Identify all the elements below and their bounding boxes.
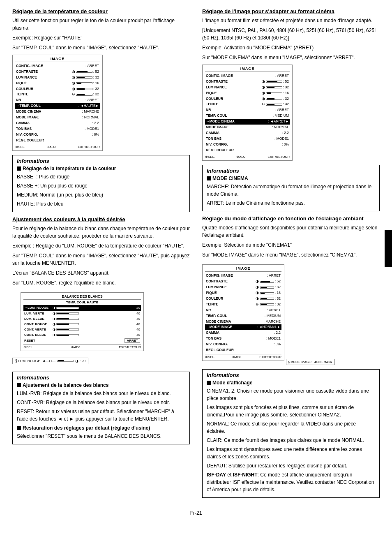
info-subtitle-1: Réglage de la température de la couleur xyxy=(17,166,185,171)
screen-row: NR : ARRET xyxy=(15,97,100,103)
right-title-2: Réglage du mode d'affichage en fonction … xyxy=(202,215,380,222)
info-line: CONT.-RVB: Réglage de la balance des bla… xyxy=(17,399,185,406)
screen-row: RÉGL COULEUR xyxy=(205,347,281,353)
balance-subtitle: TEMP. COUL HAUTE xyxy=(23,301,141,304)
screen-row: GAMMA : 2.2 xyxy=(205,330,281,336)
info-line: HAUTE: Plus de bleu xyxy=(17,200,185,208)
screen-row: LUMINANCE ◑: 32 xyxy=(205,85,290,90)
screen-row-highlighted: →TEMP. COUL : ◄HAUTE► xyxy=(15,103,100,109)
left-para2: Sur "TEMP. COUL" dans le menu "IMAGE", s… xyxy=(12,44,190,51)
info-line: NORMAL: Ce mode s'utilise pour regarder … xyxy=(207,420,375,435)
screen-row: MODE CINEMA : MARCHE xyxy=(15,109,100,115)
main-layout: Réglage de la température de couleur Uti… xyxy=(12,8,380,502)
balance-row: →LUM. ROUGE ◑ 20 xyxy=(23,305,141,310)
screen-row: NR : ARRET xyxy=(205,107,290,113)
info-line: CLAIR: Ce mode fournit des images plus c… xyxy=(207,437,375,444)
info-box-1: Informations Réglage de la température d… xyxy=(12,155,190,212)
info-line: CINEMA1, 2: Choisir ce mode pour visionn… xyxy=(207,387,375,402)
screen-row: PIQUÉ ◑: 16 xyxy=(15,81,100,86)
screen-row: NIV. CONFIG. : 0% xyxy=(205,342,281,347)
screen-row: TEINTE ⊖: 32 xyxy=(205,302,281,307)
info-line: Les images sont plus foncées et plus fin… xyxy=(207,404,375,418)
page-number: Fr-21 xyxy=(12,510,380,516)
right-s2-example: Exemple: Sélection du mode "CINEMA1" xyxy=(202,241,380,249)
left-column: Réglage de la température de couleur Uti… xyxy=(12,8,190,502)
screen-row: RÉGL COULEUR xyxy=(15,138,100,143)
info-subtitle-2a: Ajustement de la balance des blancs xyxy=(17,382,185,388)
left-title-1: Réglage de la température de couleur xyxy=(12,8,190,14)
info-line: RESET: Retour aux valeurs usine par défa… xyxy=(17,408,185,423)
left-s2-para2: Sur "TEMP. COUL" dans le menu "IMAGE", s… xyxy=(12,252,190,267)
screen-row: PIQUÉ ◑: 16 xyxy=(205,290,281,296)
left-s2-para4: Sur "LUM. ROUGE", réglez l'équilibre de … xyxy=(12,279,190,287)
left-example1: Exemple: Réglage sur "HAUTE" xyxy=(12,34,190,42)
balance-nav: ⊕SEL. ⊕ADJ. EXIT/RETOUR xyxy=(23,344,141,349)
info-box-2: Informations Ajustement de la balance de… xyxy=(12,372,190,444)
balance-reset: RESET ARRET xyxy=(23,338,141,343)
info-title-2: Informations xyxy=(17,375,185,381)
screen-row: NIV. CONFIG. : 0% xyxy=(205,142,290,148)
info-box-right-1: Informations MODE CINEMA MARCHE: Détecti… xyxy=(202,165,380,211)
info-line: MARCHE: Détection automatique du format … xyxy=(207,183,375,198)
balance-row: CONT. ROUGE ◑ 40 xyxy=(23,321,141,327)
info-line: ARRET: Le mode Cinéma ne fonctionne pas. xyxy=(207,199,375,207)
right-example1: Exemple: Activation du "MODE CINEMA" (AR… xyxy=(202,44,380,51)
screen-nav: ⊕SEL. ⊕ADJ. EXIT/RETOUR xyxy=(205,354,281,359)
info-subtitle-right-1: MODE CINEMA xyxy=(207,176,375,181)
left-para1: Utiliser cette fonction pour regler le t… xyxy=(12,17,190,32)
screen-row: LUMINANCE ◑: 32 xyxy=(15,75,100,81)
info-line: Les images sont dynamiques avec une nett… xyxy=(207,446,375,460)
decorative-block xyxy=(385,230,392,267)
right-s2-para2: Sur "MODE IMAGE" dans le menu "IMAGE", s… xyxy=(202,251,380,259)
screen-title-right-2: IMAGE xyxy=(205,266,281,272)
black-square-icon xyxy=(17,426,21,430)
info-line: ISF-DAY et ISF-NIGHT: Ce mode est affich… xyxy=(207,471,375,493)
screen-row: CONFIG. IMAGE : ARRET xyxy=(205,273,281,279)
info-line: MEDIUM: Normal (un peu plus de bleu) xyxy=(17,191,185,199)
info-line: BASSE +: Un peu plus de rouge xyxy=(17,182,185,190)
lum-rouge-indicator: § LUM. ROUGE ◄—⊙— ◑ : 20 xyxy=(12,358,88,364)
screen-nav: ⊕SEL. ⊕ADJ. EXIT/RETOUR xyxy=(205,154,290,159)
black-square-icon xyxy=(207,176,211,180)
balance-row: CONT. VERTE ◑ 40 xyxy=(23,327,141,332)
right-s2-para1: Quatre modes d'affichage sont disponible… xyxy=(202,224,380,239)
screen-row: NIV. CONFIG. : 0% xyxy=(15,132,100,138)
screen-row: TEINTE ⊖: 32 xyxy=(15,92,100,97)
balance-row: CONT. BLEUE ◑ 40 xyxy=(23,332,141,338)
screen-row: PIQUÉ ◑: 16 xyxy=(205,90,290,96)
left-s2-example: Exemple : Réglage du "LUM. ROUGE" de la … xyxy=(12,242,190,250)
info-title-right-1: Informations xyxy=(207,168,375,174)
info-subtitle-right-2: Mode d'affichage xyxy=(207,380,375,386)
screen-row: TON BAS : MODE1 xyxy=(15,126,100,132)
screen-image-right-2: IMAGE CONFIG. IMAGE : ARRET CONTRASTE ◑:… xyxy=(202,264,284,361)
balance-row: LUM. VERTE ◑ 40 xyxy=(23,311,141,316)
info-line: BASSE -: Plus de rouge xyxy=(17,173,185,180)
right-title-1: Réglage de l'image pour s'adapter au for… xyxy=(202,8,380,14)
screen-row: CONTRASTE ◑: 52 xyxy=(15,69,100,75)
screen-row: RÉGL COULEUR xyxy=(205,148,290,153)
info-line: Sélectionner "RESET" sous le menu de BAL… xyxy=(17,432,185,440)
screen-title-1: IMAGE xyxy=(15,57,100,62)
screen-row: GAMMA : 2.2 xyxy=(15,120,100,126)
info-subtitle-2b: Restauration des réglages par défaut (ré… xyxy=(17,425,185,431)
screen-row-highlighted: →MODE CINEMA : ◄ARRET► xyxy=(205,119,290,125)
black-square-icon xyxy=(17,166,21,171)
screen-row: CONTRASTE ◑: 52 xyxy=(205,79,290,85)
screen-row: MODE IMAGE : NORMAL xyxy=(205,125,290,130)
screen-row: CONTRASTE ◑: 52 xyxy=(205,279,281,284)
screen-row: LUMINANCE ◑: 32 xyxy=(205,284,281,290)
screen-row: TON BAS : MODE1 xyxy=(205,136,290,142)
right-para1: L'image au format film est détectée et p… xyxy=(202,17,380,24)
left-title-2: Ajustement des couleurs à la qualité dés… xyxy=(12,216,190,222)
right-column: Réglage de l'image pour s'adapter au for… xyxy=(202,8,380,502)
screen-row: COULEUR ◑: 32 xyxy=(15,86,100,92)
screen-row: MODE CINEMA : MARCHE xyxy=(205,319,281,325)
screen-row: CONFIG. IMAGE : ARRET xyxy=(205,73,290,79)
mode-image-indicator: § MODE IMAGE : ◄CINEMA1► xyxy=(286,359,335,365)
screen-title-right-1: IMAGE xyxy=(205,67,290,72)
screen-row: COULEUR ◑: 32 xyxy=(205,296,281,302)
screen-row: MODE IMAGE : NORMAL xyxy=(15,115,100,120)
screen-row: TEINTE ⊖: 32 xyxy=(205,102,290,107)
screen-row: NR : ARRET xyxy=(205,307,281,313)
balance-title: BALANCE DES BLANCS xyxy=(23,294,141,300)
